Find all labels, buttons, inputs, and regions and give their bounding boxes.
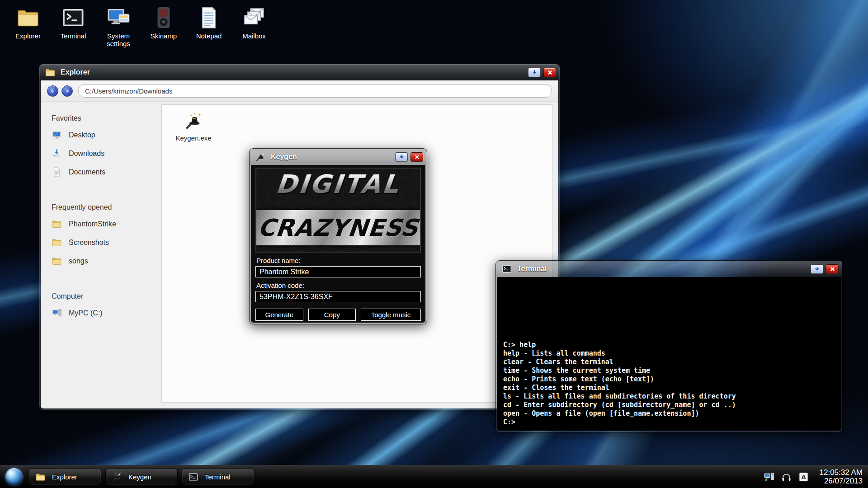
sidebar-item-mypc-c[interactable]: MyPC (C:) [52,308,161,318]
keygen-button-row: GenerateCopyToggle music [255,309,421,321]
network-computer-icon[interactable] [764,471,775,483]
terminal-output[interactable]: C:> helphelp - Lists all commandsclear -… [497,277,841,431]
sidebar-item-label: songs [69,257,88,265]
forward-arrow-icon [64,88,71,94]
computer-icon [52,308,62,318]
desktop-monitor-icon [52,130,62,140]
terminal-line: clear - Clears the terminal [503,358,835,366]
notepad-icon [197,5,221,30]
sidebar-item-phantomstrike[interactable]: PhantomStrike [52,219,161,229]
system-tray: 12:05:32 AM 26/07/2013 [758,468,863,485]
terminal-icon [501,263,512,274]
desktop-icon-label: Terminal [61,32,86,40]
activation-code-field[interactable] [255,291,421,302]
keygen-logo-banner: CRAZYNESS [255,210,421,245]
taskbar-clock: 12:05:32 AM 26/07/2013 [816,468,863,485]
terminal-icon [61,5,85,30]
keygen-titlebar[interactable]: Keygen [250,149,427,165]
taskbar-button-explorer[interactable]: Explorer [29,468,101,485]
close-icon [829,266,836,272]
desktop-icon-terminal[interactable]: Terminal [51,5,96,47]
sidebar-item-documents[interactable]: Documents [52,167,161,177]
start-orb-icon[interactable] [5,468,23,485]
keygen-button-toggle-music[interactable]: Toggle music [361,309,421,321]
minimize-button[interactable] [395,152,408,162]
minimize-button[interactable] [528,68,541,77]
keygen-wand-icon [184,111,203,131]
taskbar-button-label: Terminal [205,473,231,481]
desktop-icon-system-settings[interactable]: System settings [96,5,141,47]
tray-icon-group [758,471,809,483]
explorer-window-title: Explorer [61,68,525,76]
close-icon [414,154,420,160]
terminal-window-title: Terminal [517,265,808,273]
desktop-icon-label: Mailbox [242,32,266,40]
mailbox-icon [242,5,266,30]
keygen-logo: DIGITAL CRAZYNESS [255,168,421,253]
terminal-line: echo - Prints some text (echo [text]) [503,375,835,384]
close-icon [547,69,553,76]
taskbar-button-keygen[interactable]: Keygen [105,468,178,485]
sidebar-item-label: Documents [69,168,105,176]
minimize-button[interactable] [811,264,823,274]
folder-icon [45,67,56,78]
desktop-icon-notepad[interactable]: Notepad [186,5,231,47]
sidebar-section-header-favorites: Favorites [52,114,161,122]
terminal-line: open - Opens a file (open [file_name.ext… [503,409,835,418]
terminal-line: C:> [503,418,835,427]
back-button[interactable] [47,85,58,97]
keygen-window: Keygen DIGITAL CRAZYNESS Product name: A… [249,148,427,324]
keygen-wand-icon [112,472,122,482]
headphones-icon[interactable] [781,471,792,483]
address-bar[interactable] [78,84,552,98]
terminal-titlebar[interactable]: Terminal [496,261,842,277]
sidebar-item-label: Desktop [69,131,95,139]
taskbar-button-terminal[interactable]: Terminal [182,468,254,485]
close-button[interactable] [543,68,556,77]
input-language-icon[interactable] [798,471,809,483]
keygen-logo-line1: DIGITAL [255,169,421,199]
desktop-icon-skinamp[interactable]: Skinamp [141,5,186,47]
music-player-icon [151,5,176,30]
sidebar-section-header-frequent: Frequently opened [52,203,161,211]
product-name-field[interactable] [255,266,421,277]
clock-time: 12:05:32 AM [816,468,863,477]
sidebar-section-header-computer: Computer [52,292,161,300]
sidebar-item-desktop[interactable]: Desktop [52,130,161,140]
keygen-button-generate[interactable]: Generate [255,309,303,321]
back-arrow-icon [49,88,56,94]
desktop-icon-grid: Explorer Terminal System settings Skinam… [5,5,277,47]
sidebar-computer-list: MyPC (C:) [52,308,161,318]
desktop-icon-label: Explorer [15,32,41,40]
terminal-window: Terminal C:> helphelp - Lists all comman… [495,260,843,432]
sidebar-favorites-list: Desktop Downloads Documents [52,130,161,177]
keygen-wand-icon [255,151,266,162]
folder-icon [52,256,62,266]
file-item-keygen-exe[interactable]: Keygen.exe [172,111,215,142]
forward-button[interactable] [61,85,73,97]
desktop-icon-mailbox[interactable]: Mailbox [231,5,277,47]
taskbar: Explorer Keygen Terminal 12:05:32 AM 26/… [0,465,868,488]
sidebar-item-label: PhantomStrike [69,220,116,228]
sidebar-item-downloads[interactable]: Downloads [52,148,161,159]
terminal-line: cd - Enter subdirectory (cd [subdirector… [503,401,835,409]
keygen-button-copy[interactable]: Copy [308,309,356,321]
keygen-window-title: Keygen [271,153,392,161]
downloads-icon [52,148,62,159]
sidebar-item-songs[interactable]: songs [52,256,161,266]
sidebar-item-screenshots[interactable]: Screenshots [52,237,161,248]
taskbar-button-label: Explorer [52,473,77,481]
explorer-titlebar[interactable]: Explorer [39,64,560,80]
close-button[interactable] [410,152,423,162]
close-button[interactable] [826,264,839,274]
terminal-line: exit - Closes the terminal [503,384,835,392]
taskbar-buttons: Explorer Keygen Terminal [29,468,258,485]
sidebar-item-label: Screenshots [69,239,109,247]
desktop-wallpaper: Explorer Terminal System settings Skinam… [0,0,868,488]
minimize-icon [814,266,821,272]
system-settings-icon [106,5,131,30]
folder-icon [35,472,46,482]
desktop-icon-explorer[interactable]: Explorer [5,5,51,47]
folder-icon [52,237,62,248]
clock-date: 26/07/2013 [816,477,863,485]
